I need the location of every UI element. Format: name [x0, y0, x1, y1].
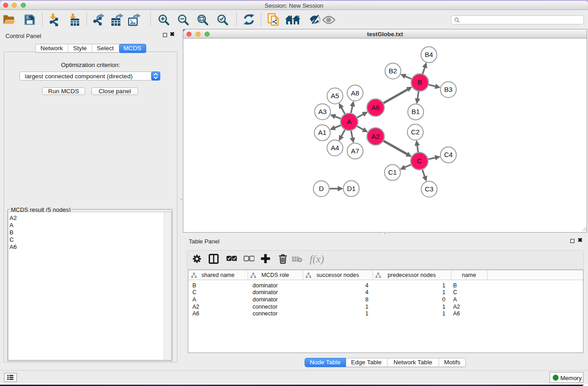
svg-text:C3: C3 [425, 185, 433, 193]
svg-text:B3: B3 [444, 86, 452, 93]
svg-text:B4: B4 [425, 51, 433, 58]
svg-text:D1: D1 [347, 185, 355, 192]
svg-text:A6: A6 [372, 104, 380, 111]
svg-text:B: B [417, 78, 422, 86]
svg-text:C2: C2 [411, 128, 420, 136]
svg-text:C1: C1 [388, 168, 397, 176]
svg-text:A3: A3 [318, 108, 326, 115]
svg-text:B1: B1 [411, 108, 420, 115]
svg-text:A8: A8 [351, 89, 359, 97]
svg-text:A: A [347, 118, 351, 125]
svg-text:B2: B2 [389, 67, 397, 75]
svg-text:A7: A7 [351, 147, 359, 155]
svg-text:C4: C4 [444, 151, 453, 158]
svg-text:A4: A4 [331, 144, 339, 152]
svg-text:C: C [417, 157, 422, 165]
svg-text:A2: A2 [372, 133, 380, 140]
svg-text:A5: A5 [331, 92, 339, 100]
svg-text:A1: A1 [318, 129, 326, 136]
svg-text:D: D [319, 185, 324, 192]
